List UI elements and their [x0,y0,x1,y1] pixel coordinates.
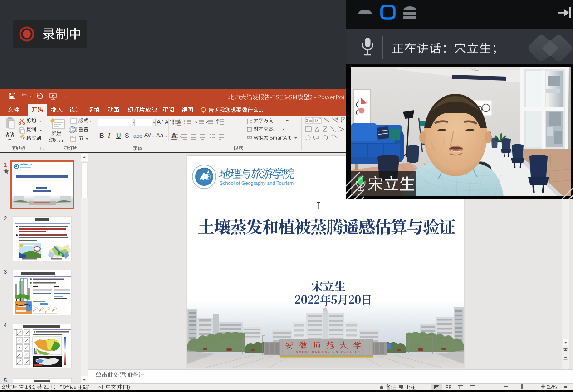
svg-text:A: A [157,118,161,126]
